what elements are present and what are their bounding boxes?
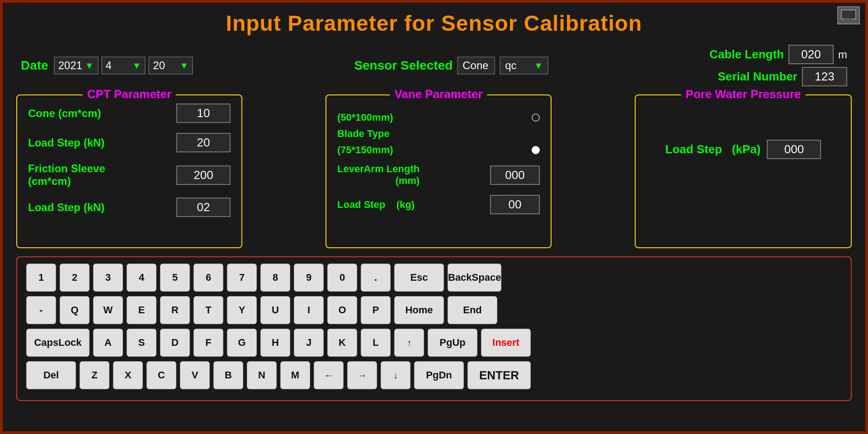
key-left-arrow[interactable]: ← [314, 361, 344, 389]
sensor-arrow-icon: ▼ [534, 61, 543, 71]
month-dropdown[interactable]: 4 ▼ [101, 57, 146, 75]
key-end[interactable]: End [448, 296, 497, 324]
vane-loadstep-label: Load Step (kg) [337, 199, 415, 211]
key-t[interactable]: T [193, 296, 223, 324]
key-period[interactable]: . [361, 264, 391, 292]
cpt-friction-input[interactable] [176, 165, 231, 185]
top-bar: Date 2021 ▼ 4 ▼ 20 ▼ Sensor Selected Con… [3, 41, 865, 90]
date-label: Date [21, 58, 48, 73]
vane-lever-label: LeverArm Length (mm) [337, 163, 420, 187]
cpt-loadstep-input[interactable] [176, 133, 231, 152]
key-del[interactable]: Del [26, 361, 76, 389]
cpt-panel: CPT Parameter Cone (cm*cm) Load Step (kN… [16, 94, 242, 248]
cable-section: Cable Length 020 m Serial Number 123 [709, 45, 847, 86]
key-m[interactable]: M [280, 361, 310, 389]
cpt-cone-input[interactable] [176, 104, 231, 123]
vane-lever-row: LeverArm Length (mm) [337, 163, 540, 187]
key-minus[interactable]: - [26, 296, 56, 324]
key-s[interactable]: S [127, 329, 156, 357]
year-dropdown[interactable]: 2021 ▼ [54, 57, 99, 75]
vane-lever-input[interactable] [490, 165, 540, 185]
sensor-subtype-dropdown[interactable]: qc ▼ [500, 57, 548, 75]
sensor-section: Sensor Selected Cone qc ▼ [354, 57, 548, 75]
key-a[interactable]: A [93, 329, 123, 357]
key-up-arrow[interactable]: ↑ [394, 329, 424, 357]
panels-row: CPT Parameter Cone (cm*cm) Load Step (kN… [3, 94, 865, 248]
key-f[interactable]: F [193, 329, 223, 357]
key-3[interactable]: 3 [93, 264, 123, 292]
key-p[interactable]: P [361, 296, 391, 324]
key-0[interactable]: 0 [327, 264, 357, 292]
key-e[interactable]: E [127, 296, 156, 324]
vane-option1-label: (50*100mm) [337, 112, 393, 123]
key-v[interactable]: V [180, 361, 210, 389]
key-4[interactable]: 4 [127, 264, 156, 292]
key-pgup[interactable]: PgUp [428, 329, 477, 357]
key-9[interactable]: 9 [294, 264, 324, 292]
key-g[interactable]: G [227, 329, 257, 357]
month-value: 4 [106, 59, 131, 72]
pore-panel-title: Pore Water Pressure [681, 87, 806, 101]
key-u[interactable]: U [260, 296, 290, 324]
sensor-label: Sensor Selected [354, 58, 453, 73]
cpt-loadstep-row: Load Step (kN) [28, 133, 231, 152]
key-capslock[interactable]: CapsLock [26, 329, 90, 357]
key-5[interactable]: 5 [160, 264, 190, 292]
key-backspace[interactable]: BackSpace [448, 264, 501, 292]
key-1[interactable]: 1 [26, 264, 56, 292]
cable-unit: m [838, 48, 847, 61]
vane-panel-title: Vane Parameter [390, 87, 487, 101]
key-right-arrow[interactable]: → [347, 361, 377, 389]
vane-option1-row: (50*100mm) [337, 112, 540, 123]
pore-loadstep-input[interactable] [767, 140, 821, 159]
key-insert[interactable]: Insert [481, 329, 531, 357]
key-esc[interactable]: Esc [394, 264, 444, 292]
key-n[interactable]: N [247, 361, 277, 389]
day-dropdown[interactable]: 20 ▼ [148, 57, 193, 75]
key-down-arrow[interactable]: ↓ [381, 361, 410, 389]
key-j[interactable]: J [294, 329, 324, 357]
key-i[interactable]: I [294, 296, 324, 324]
svg-rect-0 [841, 10, 856, 19]
key-home[interactable]: Home [394, 296, 444, 324]
key-y[interactable]: Y [227, 296, 257, 324]
key-2[interactable]: 2 [60, 264, 90, 292]
sensor-type-dropdown[interactable]: Cone [457, 57, 495, 75]
key-o[interactable]: O [327, 296, 357, 324]
cpt-loadstep2-label: Load Step (kN) [28, 201, 172, 214]
key-c[interactable]: C [146, 361, 176, 389]
vane-option2-row: (75*150mm) [337, 144, 540, 156]
key-enter[interactable]: ENTER [467, 361, 531, 389]
key-d[interactable]: D [160, 329, 190, 357]
key-8[interactable]: 8 [260, 264, 290, 292]
vane-panel: Vane Parameter (50*100mm) Blade Type (75… [326, 94, 552, 248]
keyboard-row-2: - Q W E R T Y U I O P Home End [26, 296, 842, 324]
cpt-friction-label: Friction Sleeve (cm*cm) [28, 162, 172, 188]
keyboard-row-4: Del Z X C V B N M ← → ↓ PgDn ENTER [26, 361, 842, 389]
key-q[interactable]: Q [60, 296, 90, 324]
vane-loadstep-input[interactable] [490, 195, 540, 214]
key-k[interactable]: K [327, 329, 357, 357]
sensor-subtype-value: qc [505, 59, 532, 72]
cpt-loadstep2-input[interactable] [176, 198, 231, 217]
key-x[interactable]: X [113, 361, 143, 389]
key-w[interactable]: W [93, 296, 123, 324]
key-pgdn[interactable]: PgDn [414, 361, 464, 389]
key-b[interactable]: B [213, 361, 243, 389]
serial-number-input[interactable]: 123 [802, 67, 847, 86]
key-l[interactable]: L [361, 329, 391, 357]
pore-loadstep-label: Load Step (kPa) [665, 142, 761, 156]
svg-rect-1 [844, 19, 853, 21]
cpt-cone-label: Cone (cm*cm) [28, 107, 172, 120]
vane-option1-radio[interactable] [532, 113, 540, 122]
key-h[interactable]: H [260, 329, 290, 357]
key-7[interactable]: 7 [227, 264, 257, 292]
key-z[interactable]: Z [80, 361, 109, 389]
cpt-friction-row: Friction Sleeve (cm*cm) [28, 162, 231, 188]
vane-bladetype-row: Blade Type [337, 128, 540, 140]
vane-option2-radio[interactable] [532, 146, 540, 154]
day-arrow-icon: ▼ [179, 61, 189, 71]
cable-length-input[interactable]: 020 [788, 45, 834, 64]
key-r[interactable]: R [160, 296, 190, 324]
key-6[interactable]: 6 [193, 264, 223, 292]
